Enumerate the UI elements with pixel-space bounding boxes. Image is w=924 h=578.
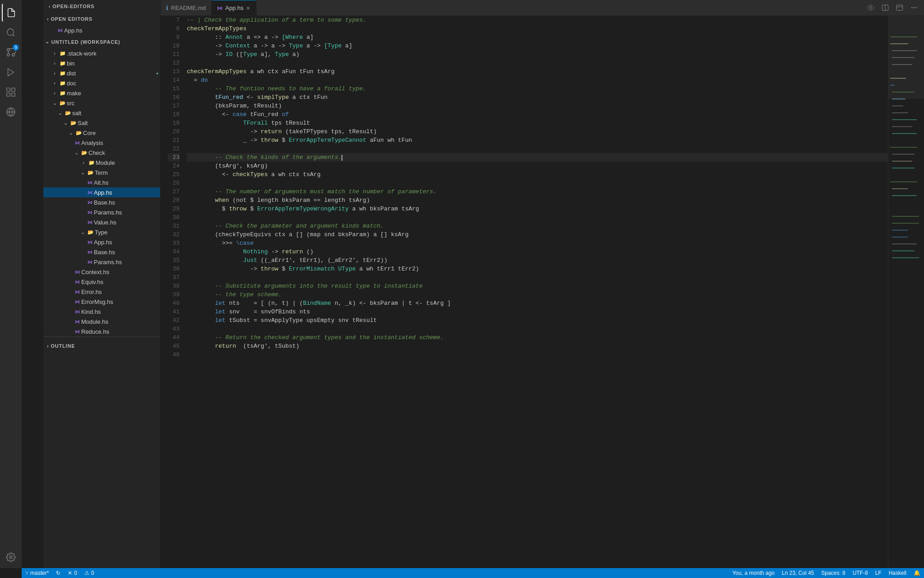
tree-ErrorMsg.hs[interactable]: ⋈ ErrorMsg.hs	[43, 297, 160, 307]
language-status[interactable]: Haskell	[885, 568, 910, 578]
workspace-header[interactable]: ⌄ UNTITLED (WORKSPACE)	[43, 35, 160, 48]
tree-stack-work[interactable]: › 📁 .stack-work	[43, 48, 160, 58]
code-line-23: -- Check the kinds of the arguments.	[187, 153, 888, 162]
tree-Equiv.hs[interactable]: ⋈ Equiv.hs	[43, 277, 160, 287]
tree-label: Salt	[78, 120, 160, 126]
tree-Type-App.hs[interactable]: ⋈ App.hs	[43, 237, 160, 247]
code-text: -- The funtion needs to have a forall ty…	[187, 84, 366, 93]
code-line-33: >>= \case	[187, 239, 888, 247]
haskell-file-icon: ⋈	[86, 259, 94, 265]
tab-close-button[interactable]: ×	[246, 5, 250, 11]
tree-label: Value.hs	[94, 219, 160, 226]
warning-count: 0	[91, 570, 94, 576]
code-text: -- Check the kinds of the arguments.	[187, 153, 342, 162]
open-editor-App.hs[interactable]: ⋈ App.hs	[43, 25, 160, 35]
open-editors-header[interactable]: › OPEN EDITORS	[43, 13, 160, 25]
tree-label: Check	[88, 149, 160, 156]
eol-status[interactable]: LF	[872, 568, 885, 578]
code-text: (tsArg', ksArg)	[187, 162, 268, 170]
haskell-tab-icon: ⋈	[217, 5, 222, 11]
notifications-status[interactable]: 🔔	[910, 568, 924, 578]
tree-Base.hs[interactable]: ⋈ Base.hs	[43, 197, 160, 207]
status-right: You, a month ago Ln 23, Col 45 Spaces: 8…	[729, 568, 924, 578]
svg-point-4	[7, 54, 10, 56]
tree-Type-Base.hs[interactable]: ⋈ Base.hs	[43, 247, 160, 257]
svg-rect-48	[892, 257, 919, 258]
tree-src[interactable]: ⌄ 📂 src	[43, 98, 160, 108]
tree-salt[interactable]: ⌄ 📂 salt	[43, 108, 160, 118]
encoding-status[interactable]: UTF-8	[849, 568, 872, 578]
editor-content[interactable]: 7 8 9 10 11 12 13 14 15 16 17 18 19 20	[161, 16, 924, 568]
code-line-45: return (tsArg', tSubst)	[187, 342, 888, 350]
more-actions-button[interactable]	[908, 1, 920, 14]
tree-Params.hs[interactable]: ⋈ Params.hs	[43, 207, 160, 217]
status-left: ⑂ master* ↻ ✕ 0 ⚠ 0	[22, 568, 98, 578]
source-control-icon[interactable]: 9	[2, 43, 20, 61]
code-line-30	[187, 213, 888, 222]
tree-App.hs-selected[interactable]: ⋈ App.hs	[43, 187, 160, 197]
tree-Type-Params.hs[interactable]: ⋈ Params.hs	[43, 257, 160, 267]
tree-label: Params.hs	[94, 209, 160, 216]
svg-rect-6	[7, 88, 10, 91]
git-blame-label: You, a month ago	[732, 570, 775, 576]
code-text: <- checkTypes a wh ctx tsArg	[187, 170, 320, 179]
remote-icon[interactable]	[2, 103, 20, 121]
error-status[interactable]: ✕ 0	[64, 568, 81, 578]
tree-Check[interactable]: ⌄ 📂 Check	[43, 148, 160, 158]
tree-Term[interactable]: ⌄ 📂 Term	[43, 168, 160, 177]
settings-icon[interactable]	[2, 548, 20, 566]
tree-Value.hs[interactable]: ⋈ Value.hs	[43, 217, 160, 227]
warning-status[interactable]: ⚠ 0	[81, 568, 98, 578]
folder-icon: 📁	[59, 51, 67, 56]
indentation-status[interactable]: Spaces: 8	[818, 568, 849, 578]
code-line-13: checkTermAppTypes a wh ctx aFun tFun tsA…	[187, 67, 888, 76]
haskell-file-icon: ⋈	[73, 309, 81, 315]
tab-README[interactable]: ℹ README.md	[161, 0, 212, 15]
tree-Kind.hs[interactable]: ⋈ Kind.hs	[43, 307, 160, 317]
tree-Reduce.hs[interactable]: ⋈ Reduce.hs	[43, 326, 160, 336]
git-blame-status[interactable]: You, a month ago	[729, 568, 778, 578]
open-preview-button[interactable]	[864, 1, 877, 14]
tree-Context.hs[interactable]: ⋈ Context.hs	[43, 267, 160, 277]
svg-rect-44	[892, 230, 908, 231]
git-branch-status[interactable]: ⑂ master*	[22, 568, 52, 578]
readme-tab-icon: ℹ	[166, 5, 168, 11]
run-debug-icon[interactable]	[2, 63, 20, 81]
svg-rect-31	[892, 112, 908, 113]
explorer-header[interactable]: › open-editors	[43, 0, 160, 13]
svg-point-17	[911, 7, 913, 9]
sync-status[interactable]: ↻	[52, 568, 64, 578]
git-branch-icon: ⑂	[25, 570, 28, 576]
tree-Salt[interactable]: ⌄ 📂 Salt	[43, 118, 160, 128]
tree-bin[interactable]: › 📁 bin	[43, 58, 160, 68]
code-line-29: $ throw $ ErrorAppTermTypeWrongArity a w…	[187, 205, 888, 213]
cursor-position-status[interactable]: Ln 23, Col 45	[778, 568, 818, 578]
search-activity-icon[interactable]	[2, 23, 20, 42]
editor-toolbar	[861, 0, 924, 15]
extensions-icon[interactable]	[2, 83, 20, 101]
tree-doc[interactable]: › 📁 doc	[43, 78, 160, 88]
code-text: <- case tFun_red of	[187, 110, 289, 119]
code-editor[interactable]: -- | Check the application of a term to …	[183, 16, 888, 568]
folder-open-icon: ⌄	[61, 120, 69, 126]
folder-open-icon: 📂	[87, 229, 95, 235]
tree-dist[interactable]: › 📁 dist ●	[43, 68, 160, 78]
code-text: -> return (takeTPTypes tps, tResult)	[187, 127, 377, 136]
folder-open-icon: 📂	[80, 150, 88, 156]
tree-Error.hs[interactable]: ⋈ Error.hs	[43, 287, 160, 297]
split-editor-button[interactable]	[879, 1, 892, 14]
tree-Type[interactable]: ⌄ 📂 Type	[43, 227, 160, 237]
tree-Alt.hs[interactable]: ⋈ Alt.hs	[43, 177, 160, 187]
tree-Analysis[interactable]: ⋈ Analysis	[43, 138, 160, 148]
tab-App.hs[interactable]: ⋈ App.hs ×	[212, 0, 257, 15]
folder-collapsed-icon: ›	[79, 160, 88, 165]
tree-Core[interactable]: ⌄ 📂 Core	[43, 128, 160, 138]
outline-header[interactable]: › OUTLINE	[43, 340, 160, 352]
tree-Module-folder[interactable]: › 📁 Module	[43, 158, 160, 168]
tree-label: Type	[95, 229, 160, 236]
tree-Module.hs[interactable]: ⋈ Module.hs	[43, 317, 160, 326]
explorer-icon[interactable]	[2, 4, 20, 22]
toggle-sidebar-button[interactable]	[893, 1, 906, 14]
folder-collapsed-icon: ›	[51, 61, 59, 66]
tree-make[interactable]: › 📁 make	[43, 88, 160, 98]
